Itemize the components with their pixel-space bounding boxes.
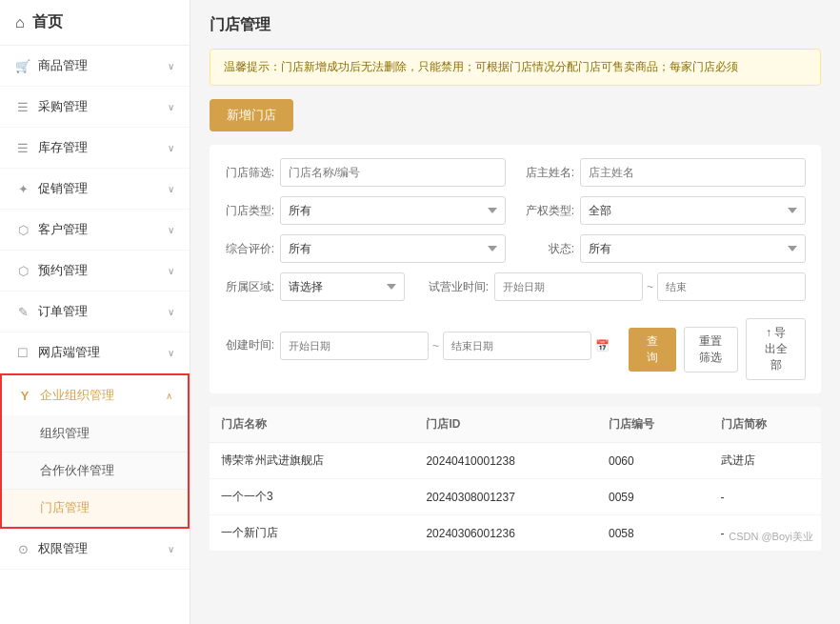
rating-label: 综合评价: [225, 241, 274, 257]
sidebar-item-permissions[interactable]: ⊙ 权限管理 ∨ [0, 529, 190, 570]
table-row[interactable]: 一个新门店 20240306001236 0058 - [210, 515, 821, 552]
cell-code: 0059 [597, 479, 709, 515]
partner-label: 合作伙伴管理 [40, 463, 114, 477]
cell-alias: - [710, 515, 822, 552]
sidebar-item-webstore[interactable]: ☐ 网店端管理 ∨ [0, 332, 190, 373]
submenu-item-partner[interactable]: 合作伙伴管理 [2, 453, 188, 490]
sidebar-item-purchase[interactable]: ☰ 采购管理 ∨ [0, 87, 190, 128]
table-row[interactable]: 一个一个3 20240308001237 0059 - [210, 479, 821, 515]
filter-group-create-time: 创建时间: ~ 📅 [225, 332, 610, 360]
inventory-icon: ☰ [15, 140, 30, 155]
col-name: 门店名称 [210, 407, 414, 443]
sidebar-item-customer[interactable]: ⬡ 客户管理 ∨ [0, 210, 190, 251]
query-button[interactable]: 查询 [629, 328, 676, 372]
trial-end-input[interactable] [657, 272, 806, 301]
create-start-input[interactable] [280, 332, 429, 360]
table-section: 门店名称 门店ID 门店编号 门店简称 博荣常州武进旗舰店 2024041000… [210, 407, 821, 552]
store-filter-label: 门店筛选: [225, 165, 274, 181]
enterprise-header[interactable]: Y 企业组织管理 ∧ [2, 375, 188, 415]
owner-name-input[interactable] [580, 158, 806, 187]
org-label: 组织管理 [40, 426, 90, 440]
cell-name: 一个一个3 [210, 479, 414, 515]
permissions-arrow-icon: ∨ [168, 544, 174, 554]
rating-select[interactable]: 所有 优秀 良好 一般 [280, 234, 506, 263]
promotion-icon: ✦ [15, 181, 30, 196]
region-label: 所属区域: [225, 279, 274, 295]
enterprise-arrow-icon: ∧ [166, 391, 172, 401]
property-type-select[interactable]: 全部 自有 租赁 [580, 196, 806, 225]
col-alias: 门店简称 [710, 407, 822, 443]
filter-row-1: 门店筛选: 店主姓名: [225, 158, 806, 187]
col-code: 门店编号 [597, 407, 709, 443]
inventory-arrow-icon: ∨ [168, 143, 174, 153]
filter-group-trial: 试营业时间: ~ [424, 272, 806, 301]
filter-group-owner: 店主姓名: [525, 158, 806, 187]
trial-date-separator: ~ [647, 280, 653, 293]
notice-bar: 温馨提示：门店新增成功后无法删除，只能禁用；可根据门店情况分配门店可售卖商品；每… [210, 49, 821, 86]
store-type-label: 门店类型: [225, 203, 274, 219]
store-table: 门店名称 门店ID 门店编号 门店简称 博荣常州武进旗舰店 2024041000… [210, 407, 821, 552]
submenu-item-store[interactable]: 门店管理 [2, 490, 188, 527]
filter-group-property-type: 产权类型: 全部 自有 租赁 [525, 196, 806, 225]
property-type-label: 产权类型: [525, 203, 574, 219]
purchase-icon: ☰ [15, 99, 30, 114]
sidebar-item-goods[interactable]: 🛒 商品管理 ∨ [0, 46, 190, 87]
store-type-select[interactable]: 所有 直营 加盟 [280, 196, 506, 225]
sidebar-permissions-label: 权限管理 [38, 540, 88, 557]
filter-row-3: 综合评价: 所有 优秀 良好 一般 状态: 所有 启用 禁用 [225, 234, 806, 263]
table-header: 门店名称 门店ID 门店编号 门店简称 [210, 407, 821, 443]
sidebar-item-reservation[interactable]: ⬡ 预约管理 ∨ [0, 251, 190, 292]
cell-alias: - [710, 479, 822, 515]
calendar-icon: 📅 [595, 339, 610, 352]
table-header-row: 门店名称 门店ID 门店编号 门店简称 [210, 407, 821, 443]
webstore-icon: ☐ [15, 345, 30, 360]
sidebar-order-label: 订单管理 [38, 303, 88, 320]
permissions-icon: ⊙ [15, 541, 30, 556]
filter-group-region: 所属区域: 请选择 [225, 272, 405, 301]
export-button[interactable]: ↑ 导出全部 [746, 318, 806, 380]
status-select[interactable]: 所有 启用 禁用 [580, 234, 806, 263]
sidebar: ⌂ 首页 🛒 商品管理 ∨ ☰ 采购管理 ∨ ☰ 库存管理 ∨ ✦ 促销管理 ∨… [0, 0, 190, 624]
filter-row-2: 门店类型: 所有 直营 加盟 产权类型: 全部 自有 租赁 [225, 196, 806, 225]
filter-row-4: 所属区域: 请选择 试营业时间: ~ [225, 272, 806, 301]
create-time-label: 创建时间: [225, 337, 274, 353]
add-store-button[interactable]: 新增门店 [210, 99, 293, 131]
sidebar-inventory-label: 库存管理 [38, 139, 88, 156]
create-date-separator: ~ [432, 339, 439, 352]
sidebar-item-order[interactable]: ✎ 订单管理 ∨ [0, 292, 190, 332]
cell-name: 一个新门店 [210, 515, 414, 552]
table-row[interactable]: 博荣常州武进旗舰店 20240410001238 0060 武进店 [210, 443, 821, 479]
reservation-icon: ⬡ [15, 263, 30, 278]
enterprise-section: Y 企业组织管理 ∧ 组织管理 合作伙伴管理 门店管理 [0, 373, 190, 529]
cell-id: 20240410001238 [414, 443, 597, 479]
reset-button[interactable]: 重置筛选 [684, 327, 738, 372]
sidebar-promotion-label: 促销管理 [38, 180, 88, 197]
cell-alias: 武进店 [710, 443, 822, 479]
cell-name: 博荣常州武进旗舰店 [210, 443, 414, 479]
region-select[interactable]: 请选择 [280, 272, 405, 301]
store-filter-input[interactable] [280, 158, 506, 187]
filter-row-5: 创建时间: ~ 📅 查询 重置筛选 ↑ 导出全部 [225, 311, 806, 380]
promotion-arrow-icon: ∨ [168, 184, 174, 194]
sidebar-webstore-label: 网店端管理 [38, 344, 100, 361]
create-end-input[interactable] [443, 332, 591, 360]
sidebar-item-promotion[interactable]: ✦ 促销管理 ∨ [0, 169, 190, 210]
cell-code: 0058 [597, 515, 709, 552]
sidebar-home[interactable]: ⌂ 首页 [0, 0, 190, 46]
sidebar-item-inventory[interactable]: ☰ 库存管理 ∨ [0, 128, 190, 169]
submenu-item-org[interactable]: 组织管理 [2, 415, 188, 453]
filter-group-status: 状态: 所有 启用 禁用 [525, 234, 806, 263]
trial-start-input[interactable] [494, 272, 643, 301]
cell-id: 20240308001237 [414, 479, 597, 515]
page-title: 门店管理 [210, 15, 821, 35]
store-label: 门店管理 [40, 500, 90, 514]
table-body: 博荣常州武进旗舰店 20240410001238 0060 武进店 一个一个3 … [210, 443, 821, 552]
goods-arrow-icon: ∨ [168, 61, 174, 71]
sidebar-goods-label: 商品管理 [38, 57, 88, 74]
filter-group-store: 门店筛选: [225, 158, 506, 187]
status-label: 状态: [525, 241, 574, 257]
sidebar-customer-label: 客户管理 [38, 221, 88, 238]
action-row: 查询 重置筛选 ↑ 导出全部 [629, 318, 806, 380]
order-icon: ✎ [15, 304, 30, 319]
owner-name-label: 店主姓名: [525, 165, 574, 181]
